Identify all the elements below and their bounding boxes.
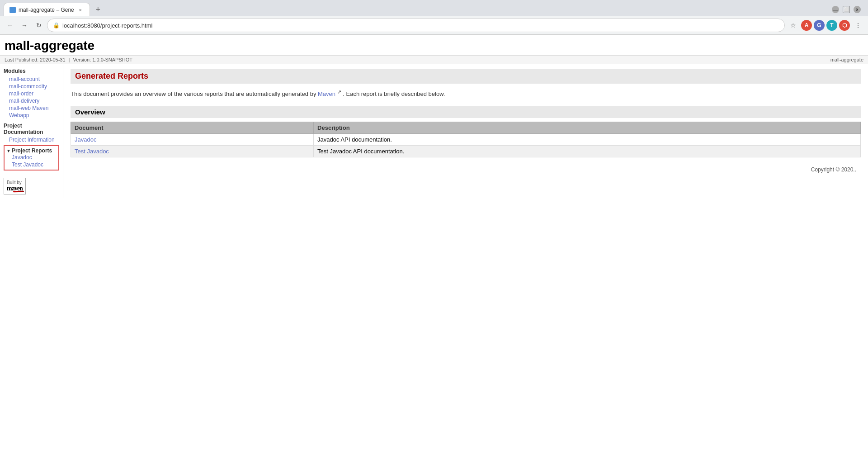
browser-toolbar: ← → ↻ 🔒 localhost:8080/project-reports.h…	[0, 16, 868, 34]
report-doc-cell-0: Javadoc	[71, 133, 314, 145]
refresh-button[interactable]: ↻	[33, 19, 45, 32]
reports-table: Document Description JavadocJavadoc API …	[71, 122, 861, 157]
maven-logo: maven	[7, 185, 23, 192]
page-title: mall-aggregate	[5, 38, 863, 53]
col-description: Description	[314, 122, 861, 133]
sidebar-link-test-javadoc[interactable]: Test Javadoc	[6, 161, 57, 168]
intro-paragraph: This document provides an overview of th…	[71, 88, 861, 99]
built-by-badge: Built by maven	[4, 178, 26, 194]
meta-info: Last Published: 2020-05-31 | Version: 1.…	[5, 57, 132, 62]
toolbar-right: ☆ A G T ⬡ ⋮	[787, 19, 864, 32]
maven-underline-decoration	[13, 191, 24, 193]
minimize-button[interactable]: —	[832, 6, 839, 13]
tab-favicon	[9, 7, 16, 13]
tab-label: mall-aggregate – Gene	[19, 7, 74, 13]
new-tab-button[interactable]: +	[92, 3, 104, 16]
table-row: JavadocJavadoc API documentation.	[71, 133, 861, 145]
report-doc-cell-1: Test Javadoc	[71, 145, 314, 157]
sidebar-link-mall-delivery[interactable]: mall-delivery	[4, 97, 59, 104]
sidebar-link-mall-account[interactable]: mall-account	[4, 76, 59, 83]
back-button[interactable]: ←	[4, 19, 16, 32]
report-desc-cell-0: Javadoc API documentation.	[314, 133, 861, 145]
built-by-label: Built by	[7, 180, 22, 185]
external-link-icon: ↗	[337, 89, 341, 95]
tab-bar: mall-aggregate – Gene × + — ⬜ ×	[0, 0, 868, 16]
project-docs-title: Project Documentation	[4, 123, 59, 135]
main-heading: Generated Reports	[71, 69, 861, 84]
sidebar: Modules mall-account mall-commodity mall…	[0, 64, 63, 198]
extensions-icon[interactable]: ⬡	[839, 20, 850, 31]
page-meta: Last Published: 2020-05-31 | Version: 1.…	[0, 55, 868, 64]
sidebar-link-mall-web-maven[interactable]: mall-web Maven	[4, 104, 59, 112]
menu-button[interactable]: ⋮	[852, 19, 864, 32]
browser-chrome: mall-aggregate – Gene × + — ⬜ × ← → ↻ 🔒 …	[0, 0, 868, 35]
close-window-button[interactable]: ×	[854, 6, 861, 13]
main-layout: Modules mall-account mall-commodity mall…	[0, 64, 868, 198]
sidebar-link-webapp[interactable]: Webapp	[4, 112, 59, 119]
col-document: Document	[71, 122, 314, 133]
page-header: mall-aggregate	[0, 35, 868, 55]
project-reports-title: ▼ Project Reports	[6, 147, 57, 154]
modules-section-title: Modules	[4, 68, 59, 74]
url-display: localhost:8080/project-reports.html	[62, 22, 779, 29]
table-row: Test JavadocTest Javadoc API documentati…	[71, 145, 861, 157]
overview-heading: Overview	[71, 106, 861, 118]
copyright: Copyright © 2020..	[71, 166, 861, 173]
sidebar-link-javadoc[interactable]: Javadoc	[6, 154, 57, 161]
bookmark-button[interactable]: ☆	[787, 19, 799, 32]
report-link-1[interactable]: Test Javadoc	[75, 148, 109, 155]
profile-icon-3[interactable]: T	[826, 20, 837, 31]
sidebar-link-mall-commodity[interactable]: mall-commodity	[4, 83, 59, 90]
address-bar[interactable]: 🔒 localhost:8080/project-reports.html	[47, 19, 785, 32]
profile-icon-2[interactable]: G	[814, 20, 825, 31]
project-reports-section: ▼ Project Reports Javadoc Test Javadoc	[4, 145, 59, 171]
profile-icon-1[interactable]: A	[801, 20, 812, 31]
secure-icon: 🔒	[53, 22, 60, 28]
arrow-icon: ▼	[6, 148, 11, 153]
forward-button[interactable]: →	[18, 19, 31, 32]
report-link-0[interactable]: Javadoc	[75, 136, 96, 143]
content-area: Generated Reports This document provides…	[63, 64, 868, 177]
meta-link[interactable]: mall-aggregate	[830, 57, 863, 62]
active-tab[interactable]: mall-aggregate – Gene ×	[4, 3, 90, 16]
maven-link[interactable]: Maven	[318, 90, 335, 97]
maximize-button[interactable]: ⬜	[843, 6, 850, 13]
report-desc-cell-1: Test Javadoc API documentation.	[314, 145, 861, 157]
project-info-link[interactable]: Project Information	[4, 136, 59, 143]
tab-close-button[interactable]: ×	[77, 6, 84, 14]
sidebar-link-mall-order[interactable]: mall-order	[4, 90, 59, 97]
